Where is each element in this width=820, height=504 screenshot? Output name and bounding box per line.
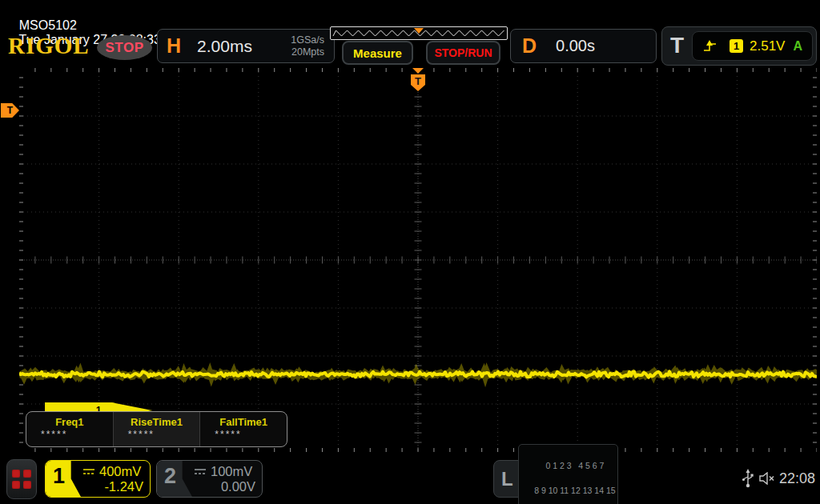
digital-channels: 0 1 2 3 4 5 6 7 8 9 10 11 12 13 14 15 [518,444,618,504]
trigger-settings[interactable]: 1 2.51V A [692,31,813,61]
measure-button[interactable]: Measure [342,41,413,65]
channel1-values: 400mV -1.24V [81,461,150,497]
stop-run-button[interactable]: STOP/RUN [426,41,500,65]
acquisition-info: 1GSa/s 20Mpts [291,34,324,58]
measurement-label: Freq1 [26,416,113,428]
rigol-logo: RIGOL [8,33,90,59]
measurement-value: ***** [26,429,113,440]
memory-depth: 20Mpts [291,46,324,58]
usb-icon [742,469,754,488]
trigger-slope-icon [702,39,718,54]
model-name: MSO5102 [19,18,77,32]
measurement-value: ***** [114,429,200,440]
horizontal-label: H [167,34,181,58]
trigger-position-letter: T [415,75,421,87]
timebase-value: 2.00ms [197,37,252,56]
measurement-label: FallTime1 [200,416,287,428]
trigger-source-badge: 1 [730,39,743,53]
channel2-values: 100mV 0.00V [192,461,262,497]
oscilloscope-screen: MSO5102 Tue January 27 22:08:33 2026 RIG… [0,0,820,504]
memory-position-bar[interactable] [330,26,508,40]
speaker-mute-icon [759,472,777,485]
waveform-display [19,68,817,452]
trigger-position-marker[interactable]: T [409,68,427,94]
trigger-panel[interactable]: T 1 2.51V A [661,26,817,66]
dc-coupling-icon [194,468,207,475]
trigger-level-marker[interactable]: T [1,103,19,118]
channel1-offset: -1.24V [82,479,143,494]
measurement-value: ***** [200,429,287,440]
logic-analyzer-panel[interactable]: L 0 1 2 3 4 5 6 7 8 9 10 11 12 13 14 15 [493,460,598,498]
channel2-tab[interactable]: 2 [157,461,192,497]
status-clock: 22:08 [779,470,815,487]
digital-row1: 0 1 2 3 4 5 6 7 [545,461,604,470]
channel2-number: 2 [164,466,176,487]
channel2-scale: 100mV [211,464,252,479]
delay-value: 0.00s [556,37,595,55]
memory-position-marker[interactable] [414,28,424,34]
measurement-panel[interactable]: Freq1 ***** RiseTime1 ***** FallTime1 **… [26,411,287,447]
channel1-panel[interactable]: 1 400mV -1.24V [45,460,151,498]
channel2-offset: 0.00V [194,479,255,494]
measurement-risetime1[interactable]: RiseTime1 ***** [114,412,201,446]
channel1-scale: 400mV [99,464,141,479]
channel2-panel[interactable]: 2 100mV 0.00V [156,460,263,498]
measurement-freq1[interactable]: Freq1 ***** [26,412,114,446]
measurement-label: RiseTime1 [114,416,200,428]
trigger-mode: A [793,39,802,54]
run-state-badge: STOP [97,35,152,60]
delay-panel[interactable]: D 0.00s [510,29,657,63]
digital-row2: 8 9 10 11 12 13 14 15 [534,486,615,495]
channel1-tab[interactable]: 1 [46,461,81,497]
dc-coupling-icon [82,468,96,475]
trigger-label: T [670,33,684,58]
measurement-falltime1[interactable]: FallTime1 ***** [200,412,287,446]
horizontal-panel[interactable]: H 2.00ms 1GSa/s 20Mpts [157,29,335,63]
grid-menu-icon [12,470,31,489]
quick-menu-button[interactable] [6,459,37,499]
delay-label: D [522,34,537,58]
channel1-number: 1 [53,466,65,487]
sample-rate: 1GSa/s [291,34,324,46]
trigger-level-value: 2.51V [750,38,785,54]
logic-label: L [494,468,518,490]
